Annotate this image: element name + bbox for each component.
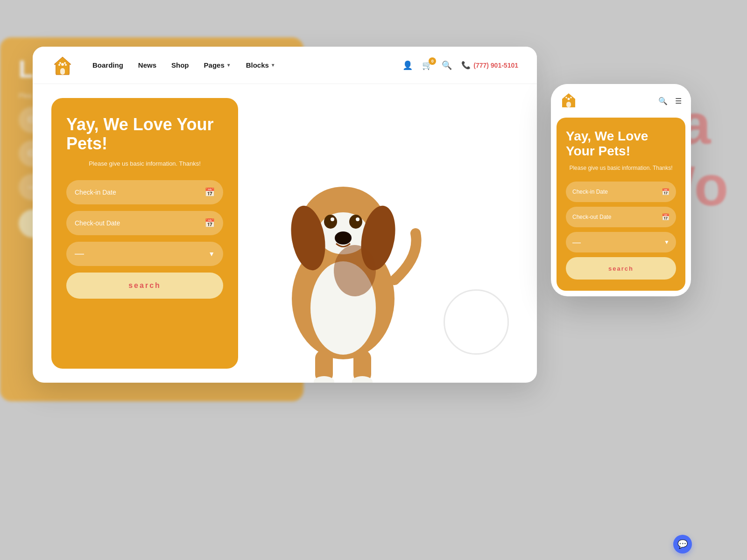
dog-image (261, 140, 425, 383)
booking-subtitle: Please give us basic information. Thanks… (66, 160, 223, 167)
mobile-dropdown-chevron-icon: ▼ (664, 239, 669, 245)
mobile-menu-icon[interactable]: ☰ (675, 97, 682, 105)
svg-point-16 (356, 217, 359, 221)
phone-icon: 📞 (461, 61, 471, 70)
checkout-calendar-icon: 📅 (204, 218, 215, 228)
mobile-checkin-input[interactable]: Check-in Date 📅 (566, 182, 676, 202)
nav-pages[interactable]: Pages ▼ (204, 61, 231, 69)
phone-number: (777) 901-5101 (473, 62, 518, 69)
hero-section: Yay, We Love Your Pets! Please give us b… (33, 84, 537, 383)
svg-point-2 (61, 63, 64, 66)
mobile-navbar: 🔍 ☰ (551, 84, 691, 118)
dropdown-placeholder: — (75, 248, 84, 259)
svg-point-25 (568, 98, 570, 100)
mobile-search-btn-label: search (608, 265, 634, 272)
svg-point-3 (59, 62, 61, 64)
mobile-booking-subtitle: Please give us basic information. Thanks… (566, 164, 676, 172)
checkin-calendar-icon: 📅 (204, 187, 215, 197)
search-icon[interactable]: 🔍 (442, 60, 452, 70)
mobile-search-icon[interactable]: 🔍 (658, 97, 668, 105)
dog-area (238, 84, 537, 383)
mobile-logo-icon (560, 91, 577, 108)
search-button[interactable]: search (66, 273, 223, 299)
svg-point-27 (570, 97, 572, 98)
mobile-checkout-input[interactable]: Check-out Date 📅 (566, 207, 676, 227)
pet-dropdown[interactable]: — ▼ (66, 242, 223, 266)
mobile-checkout-label: Check-out Date (572, 214, 611, 220)
nav-shop[interactable]: Shop (171, 61, 189, 69)
chat-bubble[interactable]: 💬 (673, 535, 692, 553)
checkin-label: Check-in Date (75, 189, 116, 196)
checkin-date-input[interactable]: Check-in Date 📅 (66, 180, 223, 204)
mobile-booking-title: Yay, We Love Your Pets! (566, 129, 676, 159)
svg-rect-24 (566, 102, 571, 107)
svg-point-17 (335, 231, 352, 245)
mobile-card: 🔍 ☰ Yay, We Love Your Pets! Please give … (551, 84, 691, 296)
mobile-checkin-label: Check-in Date (572, 189, 608, 195)
search-btn-label: search (128, 281, 161, 290)
booking-card: Yay, We Love Your Pets! Please give us b… (51, 98, 238, 369)
svg-rect-1 (60, 68, 65, 75)
nav-right: 👤 🛒 0 🔍 📞 (777) 901-5101 (402, 60, 518, 70)
blocks-dropdown-arrow: ▼ (271, 63, 275, 68)
booking-title: Yay, We Love Your Pets! (66, 115, 223, 154)
cart-badge: 0 (429, 57, 436, 65)
mobile-checkin-calendar-icon: 📅 (662, 188, 669, 196)
user-icon[interactable]: 👤 (402, 60, 413, 70)
mobile-nav-icons: 🔍 ☰ (658, 97, 682, 105)
mobile-booking-content: Yay, We Love Your Pets! Please give us b… (557, 118, 685, 291)
mobile-checkout-calendar-icon: 📅 (662, 213, 669, 221)
mobile-logo[interactable] (560, 91, 577, 110)
cart-wrapper[interactable]: 🛒 0 (422, 60, 432, 70)
svg-point-22 (334, 245, 376, 296)
chat-icon: 💬 (677, 539, 688, 549)
svg-point-4 (64, 62, 66, 64)
desktop-card: Boarding News Shop Pages ▼ Blocks ▼ 👤 🛒 … (33, 47, 537, 383)
svg-point-13 (324, 215, 337, 229)
nav-news[interactable]: News (138, 61, 156, 69)
checkout-label: Check-out Date (75, 219, 120, 227)
nav-boarding[interactable]: Boarding (92, 61, 123, 69)
watermark-circle (444, 289, 509, 355)
svg-point-5 (58, 64, 60, 66)
phone-link[interactable]: 📞 (777) 901-5101 (461, 61, 518, 70)
pages-dropdown-arrow: ▼ (226, 63, 231, 68)
svg-point-6 (65, 64, 67, 66)
svg-point-26 (565, 97, 567, 98)
navbar: Boarding News Shop Pages ▼ Blocks ▼ 👤 🛒 … (33, 47, 537, 84)
logo[interactable] (51, 54, 74, 77)
checkout-date-input[interactable]: Check-out Date 📅 (66, 211, 223, 235)
dropdown-chevron-icon: ▼ (208, 250, 215, 258)
mobile-pet-dropdown[interactable]: — ▼ (566, 232, 676, 252)
svg-point-15 (331, 217, 334, 221)
svg-point-14 (349, 215, 362, 229)
nav-links: Boarding News Shop Pages ▼ Blocks ▼ (92, 61, 402, 69)
nav-blocks[interactable]: Blocks ▼ (246, 61, 275, 69)
mobile-search-button[interactable]: search (566, 257, 676, 280)
mobile-dropdown-placeholder: — (572, 238, 581, 247)
logo-icon (51, 54, 74, 77)
